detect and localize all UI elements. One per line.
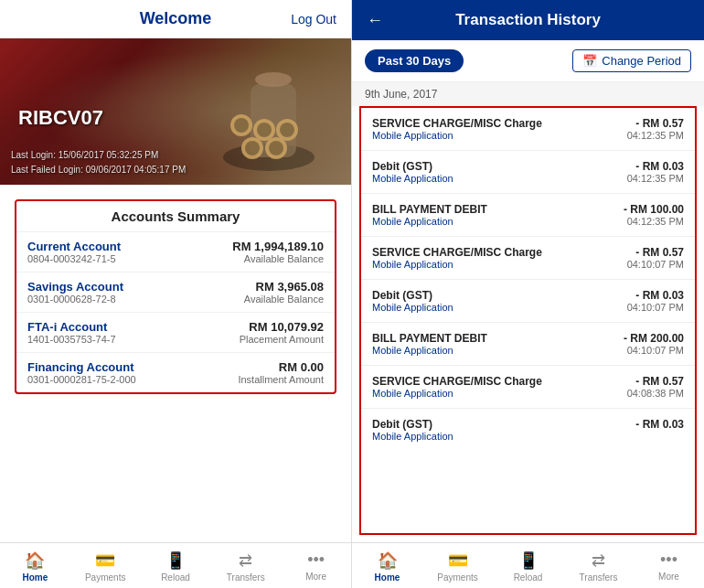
right-panel: ← Transaction History Past 30 Days 📅 Cha… xyxy=(352,0,704,588)
back-button[interactable]: ← xyxy=(367,11,383,30)
transaction-item[interactable]: Debit (GST) - RM 0.03 Mobile Application… xyxy=(361,280,695,323)
transaction-name: BILL PAYMENT DEBIT xyxy=(372,203,616,216)
logout-button[interactable]: Log Out xyxy=(291,12,336,27)
right-bottom-nav: 🏠 Home 💳 Payments 📱 Reload ⇄ Transfers •… xyxy=(352,542,704,588)
payments-icon: 💳 xyxy=(95,551,115,571)
left-nav-reload[interactable]: 📱 Reload xyxy=(141,543,211,588)
transaction-amount: - RM 0.03 xyxy=(635,289,684,302)
account-name: Savings Account xyxy=(27,280,123,294)
payments-label-right: Payments xyxy=(437,572,477,583)
account-item[interactable]: FTA-i Account RM 10,079.92 1401-0035753-… xyxy=(16,313,335,353)
account-balance: RM 0.00 xyxy=(279,360,324,374)
left-nav-transfers[interactable]: ⇄ Transfers xyxy=(210,543,281,588)
transaction-history-title: Transaction History xyxy=(455,11,601,29)
transaction-source: Mobile Application xyxy=(372,259,453,270)
account-number: 0301-0000628-72-8 xyxy=(27,294,116,305)
transaction-item[interactable]: BILL PAYMENT DEBIT - RM 200.00 Mobile Ap… xyxy=(361,323,695,366)
account-item[interactable]: Financing Account RM 0.00 0301-0000281-7… xyxy=(16,353,335,392)
accounts-summary-card: Accounts Summary Current Account RM 1,99… xyxy=(15,199,336,394)
accounts-summary-title: Accounts Summary xyxy=(27,208,324,224)
payments-label: Payments xyxy=(85,572,125,583)
svg-point-8 xyxy=(280,123,294,137)
account-number: 0804-0003242-71-5 xyxy=(27,253,116,264)
account-label: Placement Amount xyxy=(240,334,324,345)
accounts-list: Current Account RM 1,994,189.10 0804-000… xyxy=(16,232,335,392)
account-balance: RM 1,994,189.10 xyxy=(232,240,324,253)
transaction-item[interactable]: SERVICE CHARGE/MISC Charge - RM 0.57 Mob… xyxy=(361,237,695,280)
transaction-name: Debit (GST) xyxy=(372,160,628,173)
transaction-time: 04:10:07 PM xyxy=(627,302,684,313)
transaction-name: SERVICE CHARGE/MISC Charge xyxy=(372,246,628,259)
last-failed-login-text: Last Failed Login: 09/06/2017 04:05:17 P… xyxy=(11,163,186,177)
transaction-item[interactable]: SERVICE CHARGE/MISC Charge - RM 0.57 Mob… xyxy=(361,366,695,409)
last-login-text: Last Login: 15/06/2017 05:32:25 PM xyxy=(11,148,186,163)
transaction-source: Mobile Application xyxy=(372,130,453,141)
right-nav-home[interactable]: 🏠 Home xyxy=(352,543,422,588)
svg-point-2 xyxy=(255,72,292,87)
transactions-container: SERVICE CHARGE/MISC Charge - RM 0.57 Mob… xyxy=(361,108,695,451)
transaction-source: Mobile Application xyxy=(372,345,453,356)
period-pill[interactable]: Past 30 Days xyxy=(365,49,464,72)
transaction-time: 04:12:35 PM xyxy=(627,173,684,184)
account-item[interactable]: Savings Account RM 3,965.08 0301-0000628… xyxy=(16,273,335,313)
transaction-amount: - RM 0.57 xyxy=(635,375,684,388)
hero-login-info: Last Login: 15/06/2017 05:32:25 PM Last … xyxy=(11,148,186,177)
transaction-name: BILL PAYMENT DEBIT xyxy=(372,332,616,345)
right-nav-transfers[interactable]: ⇄ Transfers xyxy=(563,543,634,588)
transaction-source: Mobile Application xyxy=(372,173,453,184)
home-icon-right: 🏠 xyxy=(378,551,398,571)
transaction-name: SERVICE CHARGE/MISC Charge xyxy=(372,117,628,130)
more-icon: ••• xyxy=(307,551,325,570)
svg-point-12 xyxy=(269,141,283,155)
reload-label: Reload xyxy=(161,572,190,583)
reload-label-right: Reload xyxy=(514,572,543,583)
home-label-right: Home xyxy=(375,572,400,583)
transaction-amount: - RM 0.57 xyxy=(635,117,684,130)
change-period-button[interactable]: 📅 Change Period xyxy=(572,49,691,72)
transaction-time: 04:10:07 PM xyxy=(627,259,684,270)
reload-icon: 📱 xyxy=(165,551,186,571)
transfers-label: Transfers xyxy=(227,572,265,583)
transfers-icon: ⇄ xyxy=(239,551,252,571)
account-item[interactable]: Current Account RM 1,994,189.10 0804-000… xyxy=(16,232,335,273)
right-nav-reload[interactable]: 📱 Reload xyxy=(493,543,563,588)
left-nav-more[interactable]: ••• More xyxy=(281,543,351,588)
account-name: Current Account xyxy=(27,240,121,253)
transactions-list: SERVICE CHARGE/MISC Charge - RM 0.57 Mob… xyxy=(359,106,697,535)
hero-banner: RIBCV07 Last Login: 15/06/2017 05:32:25 … xyxy=(0,38,351,185)
svg-point-6 xyxy=(257,123,272,137)
svg-point-4 xyxy=(234,118,249,133)
transaction-item[interactable]: SERVICE CHARGE/MISC Charge - RM 0.57 Mob… xyxy=(361,108,695,151)
transaction-time: 04:12:35 PM xyxy=(627,216,684,227)
account-balance: RM 3,965.08 xyxy=(256,280,324,294)
transaction-item[interactable]: BILL PAYMENT DEBIT - RM 100.00 Mobile Ap… xyxy=(361,194,695,237)
hero-illustration xyxy=(214,48,324,176)
transaction-source: Mobile Application xyxy=(372,388,453,399)
transaction-time: 04:10:07 PM xyxy=(627,345,684,356)
left-nav-payments[interactable]: 💳 Payments xyxy=(70,543,141,588)
right-header: ← Transaction History xyxy=(352,0,704,40)
account-name: FTA-i Account xyxy=(27,320,107,334)
transaction-amount: - RM 200.00 xyxy=(624,332,684,345)
transaction-source: Mobile Application xyxy=(372,431,453,442)
transaction-item[interactable]: Debit (GST) - RM 0.03 Mobile Application… xyxy=(361,151,695,194)
left-header-title: Welcome xyxy=(140,9,212,28)
payments-icon-right: 💳 xyxy=(448,551,468,571)
calendar-icon: 📅 xyxy=(582,54,597,68)
left-nav-home[interactable]: 🏠 Home xyxy=(0,543,70,588)
account-balance: RM 10,079.92 xyxy=(249,320,324,334)
account-label: Available Balance xyxy=(244,294,324,305)
account-number: 0301-0000281-75-2-000 xyxy=(27,374,136,385)
left-panel: Welcome Log Out RIBCV07 xyxy=(0,0,352,588)
transaction-amount: - RM 0.57 xyxy=(635,246,684,259)
right-nav-payments[interactable]: 💳 Payments xyxy=(422,543,493,588)
account-name: Financing Account xyxy=(27,360,134,374)
transaction-item[interactable]: Debit (GST) - RM 0.03 Mobile Application xyxy=(361,409,695,451)
account-label: Installment Amount xyxy=(238,374,324,385)
home-icon: 🏠 xyxy=(25,551,45,571)
transaction-amount: - RM 0.03 xyxy=(635,160,684,173)
right-nav-more[interactable]: ••• More xyxy=(634,543,704,588)
accounts-summary-header: Accounts Summary xyxy=(16,201,335,232)
date-header: 9th June, 2017 xyxy=(352,82,704,106)
account-number: 1401-0035753-74-7 xyxy=(27,334,116,345)
